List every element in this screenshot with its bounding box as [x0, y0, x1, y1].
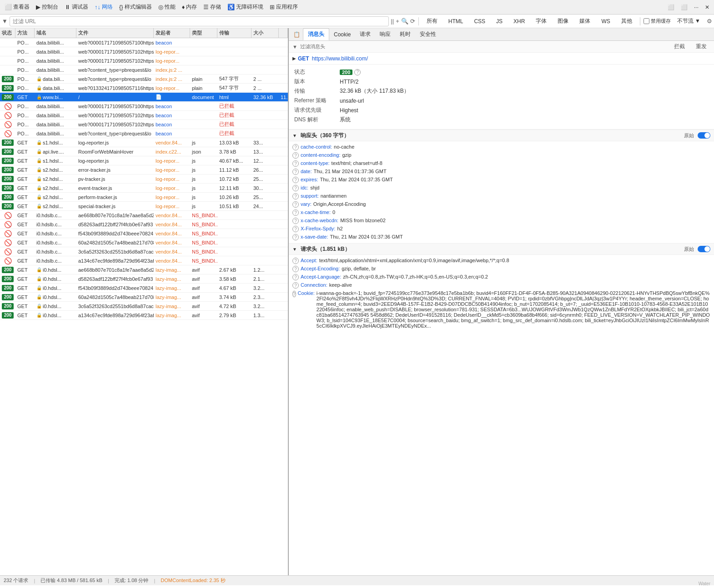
table-row[interactable]: 🚫 GET i0.hdslb.c... 60a2482d1505c7a48bea…	[0, 238, 288, 247]
window-maximize[interactable]: ⬜	[678, 3, 690, 11]
tab-js[interactable]: JS	[492, 16, 507, 26]
tool-network[interactable]: ↑↓ 网络	[92, 2, 116, 12]
status-info-icon[interactable]: ?	[354, 69, 361, 75]
col-header-file[interactable]: 文件	[76, 28, 154, 38]
header-info-icon[interactable]: ?	[292, 193, 299, 199]
header-info-icon[interactable]: ?	[292, 152, 299, 159]
table-row[interactable]: 200 GET 🔒s2.hdsl... special-tracker.js l…	[0, 202, 288, 211]
col-header-state[interactable]: 状态	[0, 28, 15, 38]
header-info-icon[interactable]: ?	[292, 160, 299, 167]
reload-icon[interactable]: ⟳	[410, 18, 415, 25]
table-row[interactable]: 200 GET 🔒s1.hdsl... log-reporter.js vend…	[0, 138, 288, 147]
table-row[interactable]: PO... data.bilibili... web?0000171710985…	[0, 38, 288, 47]
tab-image[interactable]: 图像	[553, 15, 573, 27]
tool-accessibility[interactable]: ♿ 无障碍环境	[225, 2, 266, 12]
col-header-type[interactable]: 类型	[190, 28, 217, 38]
table-row[interactable]: 200 GET 🔒s2.hdsl... pv-tracker.js log-re…	[0, 174, 288, 184]
intercept-btn[interactable]: 拦截	[670, 42, 689, 51]
table-row[interactable]: 200 GET 🔒i0.hdsl... f543b09f3889dd2d743b…	[0, 284, 288, 293]
header-info-icon[interactable]: ?	[292, 201, 299, 208]
pause-icon[interactable]: ||	[391, 18, 394, 25]
filter-url-input[interactable]	[10, 16, 389, 26]
response-headers-section-header[interactable]: ▼ 响应头（360 字节） 原始	[289, 130, 714, 141]
tab-css[interactable]: CSS	[469, 16, 490, 26]
table-row[interactable]: 200 GET 🔒s2.hdsl... event-tracker.js log…	[0, 184, 288, 193]
raw-toggle[interactable]	[698, 132, 710, 139]
header-info-icon[interactable]: ?	[292, 209, 299, 216]
table-row[interactable]: PO... data.bilibili... web?0000171710985…	[0, 47, 288, 56]
table-row[interactable]: 200 GET 🔒api.live.... RoomForWebMainHove…	[0, 147, 288, 156]
tool-inspector[interactable]: ⬜ 查看器	[2, 2, 32, 12]
window-close[interactable]: ✕	[702, 3, 712, 11]
tab-media[interactable]: 媒体	[575, 15, 595, 27]
table-row[interactable]: 200 GET 🔒i0.hdsl... a134c67ec9fde898a729…	[0, 311, 288, 320]
tab-font[interactable]: 字体	[531, 15, 551, 27]
tab-security[interactable]: 安全性	[415, 29, 441, 40]
tab-xhr[interactable]: XHR	[509, 16, 529, 26]
request-headers-section-header[interactable]: ▼ 请求头（1.851 kB） 原始	[289, 243, 714, 255]
col-header-method[interactable]: 方法	[15, 28, 35, 38]
window-more[interactable]: ···	[691, 3, 701, 11]
table-row[interactable]: 🚫 GET i0.hdslb.c... f543b09f3889dd2d743b…	[0, 229, 288, 238]
tab-all[interactable]: 所有	[422, 15, 442, 27]
add-icon[interactable]: +	[396, 18, 399, 25]
tab-other[interactable]: 其他	[617, 15, 637, 27]
tab-response[interactable]: 响应	[375, 29, 395, 40]
tool-apps[interactable]: ⊞ 应用程序	[267, 2, 301, 12]
settings-icon[interactable]: ⚙	[707, 18, 712, 25]
tab-timing[interactable]: 耗时	[395, 29, 415, 40]
tab-html[interactable]: HTML	[444, 16, 468, 26]
expand-chevron[interactable]: ▶	[292, 56, 296, 61]
table-row[interactable]: 🚫 GET i0.hdslb.c... a134c67ec9fde898a729…	[0, 256, 288, 265]
col-header-initiator[interactable]: 发起者	[154, 28, 190, 38]
tab-ws[interactable]: WS	[597, 16, 614, 26]
tab-bookmark[interactable]: 📋	[291, 30, 303, 40]
tab-cookie[interactable]: Cookie	[329, 30, 355, 40]
table-row[interactable]: PO... data.bilibili... web?0000171710985…	[0, 56, 288, 65]
search-icon[interactable]: 🔍	[401, 18, 408, 25]
tool-console[interactable]: ▶ 控制台	[33, 2, 61, 12]
tab-request[interactable]: 请求	[355, 29, 375, 40]
tab-message-header[interactable]: 消息头	[303, 28, 329, 40]
disable-cache-checkbox[interactable]: 禁用缓存	[644, 18, 671, 25]
raw-toggle-req[interactable]	[698, 246, 710, 252]
header-info-icon[interactable]: ?	[292, 144, 299, 150]
table-row[interactable]: PO... data.bilibili... web?content_type=…	[0, 65, 288, 75]
col-header-size[interactable]: 大小	[251, 28, 279, 38]
tool-style-editor[interactable]: {} 样式编辑器	[116, 2, 155, 12]
col-header-transfer[interactable]: 传输	[217, 28, 251, 38]
table-row[interactable]: 🚫 PO... data.bilibili... web?00001717109…	[0, 102, 288, 111]
table-row[interactable]: 200 GET 🔒i0.hdsl... 3c6a52f3263cd2551bd6…	[0, 302, 288, 311]
header-info-icon[interactable]: ?	[292, 218, 299, 224]
req-header-info-icon[interactable]: ?	[292, 266, 299, 272]
table-row[interactable]: 🚫 PO... data.bilibili... web?00001717109…	[0, 120, 288, 129]
table-row-selected[interactable]: 200 GET 🔒www.bi... / 📄 document html 32.…	[0, 93, 288, 102]
throttle-btn[interactable]: 不节流 ▼	[673, 15, 705, 27]
table-row[interactable]: 200 GET 🔒s2.hdsl... perform-tracker.js l…	[0, 193, 288, 202]
tool-memory[interactable]: ♦ 内存	[179, 2, 200, 12]
header-info-icon[interactable]: ?	[292, 177, 299, 183]
header-info-icon[interactable]: ?	[292, 234, 299, 240]
resend-btn[interactable]: 重发	[692, 42, 710, 51]
table-row[interactable]: 🚫 PO... data.bilibili... web?00001717109…	[0, 111, 288, 120]
table-row[interactable]: 200 GET 🔒i0.hdsl... 60a2482d1505c7a48bea…	[0, 293, 288, 302]
table-row[interactable]: 200 GET 🔒s2.hdsl... error-tracker.js log…	[0, 165, 288, 174]
tool-storage[interactable]: ☰ 存储	[201, 2, 224, 12]
tool-debugger[interactable]: ⏸ 调试器	[62, 2, 91, 12]
table-row[interactable]: 200 PO... 🔒data.bili... web?content_type…	[0, 75, 288, 84]
table-row[interactable]: 🚫 PO... data.bilibili... web?content_typ…	[0, 129, 288, 138]
req-header-info-icon[interactable]: ?	[292, 282, 299, 289]
header-info-icon[interactable]: ?	[292, 169, 299, 175]
req-header-info-icon[interactable]: ?	[292, 274, 299, 280]
tool-performance[interactable]: ◎ 性能	[156, 2, 178, 12]
header-info-icon[interactable]: ?	[292, 185, 299, 191]
table-row[interactable]: 🚫 GET i0.hdslb.c... d58263adf122bff27f4f…	[0, 220, 288, 229]
table-row[interactable]: 200 GET 🔒s1.hdsl... log-reporter.js log-…	[0, 156, 288, 165]
table-row[interactable]: 200 PO... 🔒data.bili... web?013324171098…	[0, 84, 288, 93]
window-restore[interactable]: ⬜	[665, 3, 677, 11]
req-header-info-icon[interactable]: ?	[292, 258, 299, 264]
table-row[interactable]: 🚫 GET i0.hdslb.c... 3c6a52f3263cd2551bd6…	[0, 247, 288, 256]
col-header-domain[interactable]: 域名	[35, 28, 76, 38]
table-row[interactable]: 🚫 GET i0.hdslb.c... ae668b807e701c8a1fe7…	[0, 211, 288, 220]
table-row[interactable]: 200 GET 🔒i0.hdsl... d58263adf122bff27f4f…	[0, 274, 288, 284]
